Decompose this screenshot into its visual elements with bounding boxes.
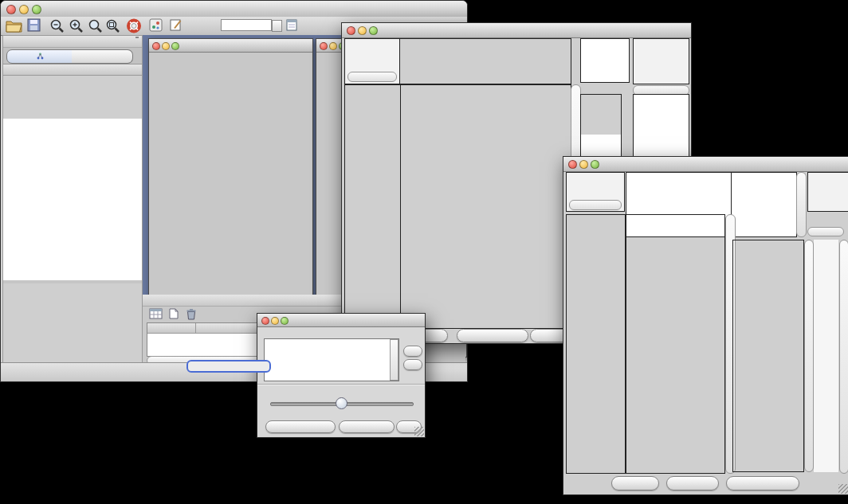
help-lifering-icon[interactable] <box>126 18 142 37</box>
zoom-selected-icon[interactable] <box>88 18 104 37</box>
control-panel-tabbar <box>3 48 142 64</box>
tab-node-attribute-browser[interactable] <box>186 360 271 373</box>
minimize-button[interactable] <box>579 160 588 169</box>
animate-vizmap-button[interactable] <box>265 420 336 433</box>
network-list-empty-area <box>3 119 142 281</box>
save-data-button[interactable] <box>666 476 719 490</box>
network-overview-thumbnail[interactable] <box>3 283 142 362</box>
zoom-detail-heatmap[interactable] <box>732 240 804 472</box>
tab-vizmapper[interactable] <box>72 49 133 64</box>
table-icon[interactable] <box>149 308 163 322</box>
map-colors-dialog <box>257 313 426 438</box>
control-panel <box>2 35 143 363</box>
minimize-button[interactable] <box>329 42 337 50</box>
desktop <box>0 0 848 504</box>
attribute-listbox[interactable] <box>264 338 399 381</box>
export-graphics-button[interactable] <box>457 329 528 342</box>
close-button[interactable] <box>261 317 269 325</box>
create-vizmap-button[interactable] <box>339 420 395 433</box>
speed-slider-thumb[interactable] <box>336 397 347 409</box>
column-labels <box>731 172 797 237</box>
column-labels-vscrollbar[interactable] <box>796 172 807 237</box>
title-bar[interactable] <box>342 23 691 38</box>
zoom-button[interactable] <box>32 5 41 14</box>
minimize-button[interactable] <box>162 42 170 50</box>
close-button[interactable] <box>6 5 16 14</box>
view-status-scrollbar[interactable] <box>347 72 397 82</box>
row-dendrogram[interactable] <box>566 214 626 474</box>
zoom-column-labels <box>580 38 630 83</box>
close-button[interactable] <box>568 160 577 169</box>
new-attribute-icon[interactable] <box>168 308 179 322</box>
list-vscrollbar[interactable] <box>390 339 398 381</box>
zoom-button[interactable] <box>369 26 378 35</box>
minimize-button[interactable] <box>19 5 29 14</box>
view-status-panel <box>566 172 625 212</box>
main-title-bar[interactable] <box>1 1 467 18</box>
network-view-window <box>148 38 313 297</box>
zoom-button[interactable] <box>171 42 179 50</box>
plugin-manager-icon[interactable] <box>149 18 163 36</box>
move-down-button[interactable] <box>403 359 422 370</box>
export-graphics-button[interactable] <box>726 476 799 490</box>
treeview-window-combined <box>563 156 848 495</box>
zoom-heatmap[interactable] <box>580 94 622 135</box>
view-status-scrollbar[interactable] <box>569 200 622 210</box>
float-panel-icon[interactable] <box>135 37 139 38</box>
usage-hints-panel <box>633 38 689 84</box>
zoom-out-icon[interactable] <box>49 18 65 37</box>
resize-grip[interactable] <box>414 427 424 436</box>
save-session-button[interactable] <box>27 18 41 36</box>
global-heatmap[interactable] <box>626 214 725 474</box>
open-session-button[interactable] <box>6 18 22 36</box>
resize-grip[interactable] <box>838 484 848 494</box>
delete-attribute-trash-icon[interactable] <box>186 308 197 323</box>
title-bar[interactable] <box>563 157 848 172</box>
zoom-button[interactable] <box>591 160 599 169</box>
global-heatmap[interactable] <box>400 84 571 329</box>
usage-hints-scrollbar[interactable] <box>807 227 844 236</box>
search-dropdown-button[interactable] <box>272 20 282 32</box>
row-dendrogram[interactable] <box>344 84 401 329</box>
detail-vscrollbar[interactable] <box>804 240 814 472</box>
tab-network[interactable] <box>6 49 73 64</box>
annotate-icon[interactable] <box>169 18 183 36</box>
gene-label-list <box>814 240 838 472</box>
network-canvas[interactable] <box>149 53 311 295</box>
zoom-button[interactable] <box>281 317 289 325</box>
view-status-panel <box>344 38 400 84</box>
close-button[interactable] <box>347 26 355 35</box>
move-up-button[interactable] <box>403 346 422 357</box>
search-options-icon[interactable] <box>285 18 300 36</box>
zoom-in-icon[interactable] <box>69 18 84 37</box>
column-dendrogram[interactable] <box>399 38 571 84</box>
zoom-fit-icon[interactable] <box>105 18 121 37</box>
group-separator <box>257 384 425 385</box>
close-button[interactable] <box>152 42 160 50</box>
settings-button[interactable] <box>611 476 659 490</box>
minimize-button[interactable] <box>271 317 279 325</box>
search-input[interactable] <box>221 19 272 31</box>
minimize-button[interactable] <box>358 26 367 35</box>
title-bar[interactable] <box>257 314 425 327</box>
network-table-header <box>3 64 142 76</box>
gene-list-vscrollbar[interactable] <box>839 240 848 474</box>
usage-hints-panel <box>807 172 848 212</box>
close-button[interactable] <box>320 42 328 50</box>
